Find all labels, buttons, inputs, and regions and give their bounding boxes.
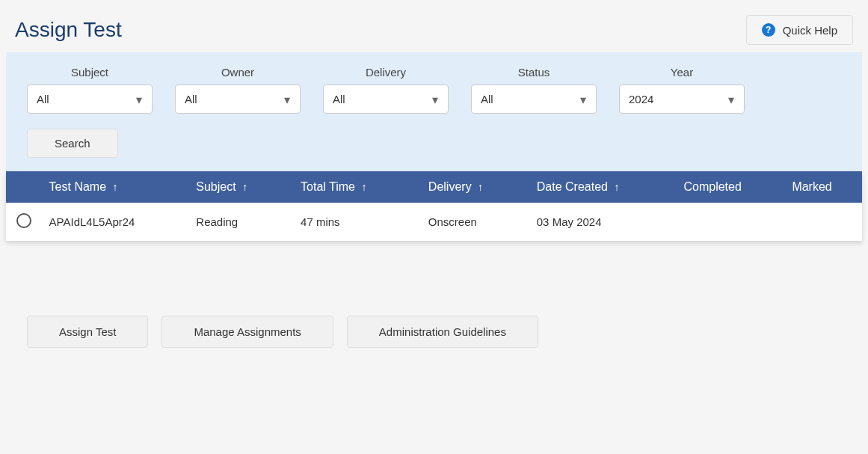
col-date-created[interactable]: Date Created ↑ — [529, 171, 677, 203]
admin-guidelines-button[interactable]: Administration Guidelines — [347, 316, 538, 348]
quick-help-button[interactable]: ? Quick Help — [746, 15, 853, 45]
col-test-name[interactable]: Test Name ↑ — [42, 171, 189, 203]
col-test-name-label: Test Name — [49, 180, 106, 193]
cell-marked — [784, 203, 862, 241]
filter-status: Status All ▾ — [471, 66, 597, 114]
col-subject[interactable]: Subject ↑ — [188, 171, 293, 203]
cell-total-time: 47 mins — [293, 203, 421, 241]
col-marked: Marked — [784, 171, 862, 203]
filter-subject-select[interactable]: All — [27, 85, 153, 114]
filter-subject: Subject All ▾ — [27, 66, 153, 114]
cell-completed — [676, 203, 784, 241]
filter-owner-select[interactable]: All — [175, 85, 301, 114]
table-row: APAIdL4L5Apr24 Reading 47 mins Onscreen … — [6, 203, 862, 241]
filter-year: Year 2024 ▾ — [619, 66, 745, 114]
col-completed: Completed — [676, 171, 784, 203]
filter-subject-label: Subject — [71, 66, 108, 79]
search-button[interactable]: Search — [27, 129, 118, 158]
col-completed-label: Completed — [683, 180, 741, 193]
col-date-created-label: Date Created — [537, 180, 608, 193]
cell-delivery: Onscreen — [421, 203, 529, 241]
filter-year-select[interactable]: 2024 — [619, 85, 745, 114]
filter-delivery-select[interactable]: All — [323, 85, 449, 114]
col-total-time-label: Total Time — [301, 180, 355, 193]
filter-delivery-label: Delivery — [366, 66, 406, 79]
help-icon: ? — [762, 23, 775, 37]
sort-arrow-icon: ↑ — [242, 181, 247, 193]
sort-arrow-icon: ↑ — [361, 181, 366, 193]
filter-status-label: Status — [518, 66, 550, 79]
filter-year-label: Year — [671, 66, 693, 79]
cell-subject: Reading — [188, 203, 293, 241]
filter-status-select[interactable]: All — [471, 85, 597, 114]
manage-assignments-button[interactable]: Manage Assignments — [161, 316, 333, 348]
filter-owner: Owner All ▾ — [175, 66, 301, 114]
col-marked-label: Marked — [792, 180, 831, 193]
assign-test-button[interactable]: Assign Test — [27, 316, 148, 348]
quick-help-label: Quick Help — [783, 24, 837, 37]
sort-arrow-icon: ↑ — [478, 181, 483, 193]
sort-arrow-icon: ↑ — [614, 181, 619, 193]
cell-test-name: APAIdL4L5Apr24 — [42, 203, 189, 241]
filter-delivery: Delivery All ▾ — [323, 66, 449, 114]
results-table: Test Name ↑ Subject ↑ Total Time ↑ Deliv… — [6, 171, 862, 241]
cell-date-created: 03 May 2024 — [529, 203, 677, 241]
filter-panel: Subject All ▾ Owner All ▾ Delivery All ▾ — [6, 52, 862, 171]
col-delivery-label: Delivery — [428, 180, 472, 193]
col-select — [6, 171, 42, 203]
row-select-radio[interactable] — [16, 213, 31, 228]
page-title: Assign Test — [15, 18, 122, 42]
sort-arrow-icon: ↑ — [113, 181, 118, 193]
filter-owner-label: Owner — [221, 66, 254, 79]
col-total-time[interactable]: Total Time ↑ — [293, 171, 421, 203]
col-subject-label: Subject — [196, 180, 236, 193]
col-delivery[interactable]: Delivery ↑ — [421, 171, 529, 203]
